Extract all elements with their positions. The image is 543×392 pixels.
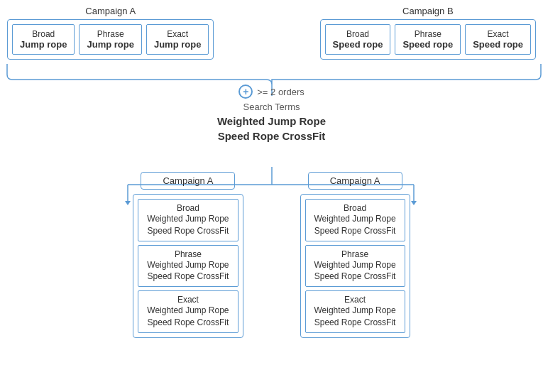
- search-terms-label: Search Terms: [243, 102, 300, 112]
- bottom-left-box-1: Phrase Weighted Jump RopeSpeed Rope Cros…: [138, 245, 238, 288]
- bottom-left-terms-2: Weighted Jump RopeSpeed Rope CrossFit: [147, 305, 229, 329]
- top-b-type-0: Broad: [333, 29, 383, 39]
- middle-section: + >= 2 orders Search Terms Weighted Jump…: [0, 85, 543, 143]
- top-a-term-1: Jump rope: [87, 39, 133, 50]
- bottom-left-box-0: Broad Weighted Jump RopeSpeed Rope Cross…: [138, 199, 238, 241]
- condition-text: >= 2 orders: [257, 87, 305, 97]
- bottom-right-terms-2: Weighted Jump RopeSpeed Rope CrossFit: [314, 305, 396, 329]
- bottom-right-type-2: Exact: [314, 295, 396, 305]
- top-b-box-1: Phrase Speed rope: [395, 24, 461, 55]
- top-a-term-2: Jump rope: [154, 39, 201, 50]
- top-b-type-1: Phrase: [402, 29, 453, 39]
- bottom-left-box-2: Exact Weighted Jump RopeSpeed Rope Cross…: [138, 290, 238, 333]
- bottom-left-type-0: Broad: [147, 203, 229, 213]
- top-a-box-2: Exact Jump rope: [146, 24, 209, 55]
- top-b-box-0: Broad Speed rope: [325, 24, 391, 55]
- bottom-right-terms-1: Weighted Jump RopeSpeed Rope CrossFit: [314, 259, 396, 283]
- plus-circle-icon: +: [238, 85, 253, 99]
- bottom-right-label: Campaign A: [308, 172, 402, 190]
- bottom-section: Campaign A Broad Weighted Jump RopeSpeed…: [0, 172, 543, 338]
- bottom-right-boxes: Broad Weighted Jump RopeSpeed Rope Cross…: [300, 194, 410, 338]
- bottom-right-box-1: Phrase Weighted Jump RopeSpeed Rope Cros…: [305, 245, 405, 288]
- bottom-left-type-2: Exact: [147, 295, 229, 305]
- campaign-b-group: Campaign B Broad Speed rope Phrase Speed…: [320, 6, 536, 60]
- bottom-right-campaign: Campaign A Broad Weighted Jump RopeSpeed…: [300, 172, 410, 338]
- top-b-box-2: Exact Speed rope: [465, 24, 531, 55]
- bottom-left-type-1: Phrase: [147, 249, 229, 259]
- bottom-right-type-0: Broad: [314, 203, 396, 213]
- campaign-a-boxes: Broad Jump rope Phrase Jump rope Exact J…: [7, 19, 214, 60]
- bottom-left-terms-1: Weighted Jump RopeSpeed Rope CrossFit: [147, 259, 229, 283]
- top-a-box-1: Phrase Jump rope: [79, 24, 141, 55]
- top-a-type-2: Exact: [154, 29, 201, 39]
- campaign-a-label: Campaign A: [85, 6, 136, 16]
- bottom-right-type-1: Phrase: [314, 249, 396, 259]
- top-a-type-0: Broad: [20, 29, 67, 39]
- bottom-right-box-0: Broad Weighted Jump RopeSpeed Rope Cross…: [305, 199, 405, 241]
- bottom-left-label: Campaign A: [141, 172, 235, 190]
- top-b-term-1: Speed rope: [402, 39, 453, 50]
- top-a-type-1: Phrase: [87, 29, 133, 39]
- campaign-a-group: Campaign A Broad Jump rope Phrase Jump r…: [7, 6, 214, 60]
- search-terms-line1: Weighted Jump Rope: [217, 115, 326, 127]
- top-a-box-0: Broad Jump rope: [12, 24, 75, 55]
- bottom-right-terms-0: Weighted Jump RopeSpeed Rope CrossFit: [314, 213, 396, 237]
- search-terms-value: Weighted Jump Rope Speed Rope CrossFit: [217, 114, 326, 143]
- top-section: Campaign A Broad Jump rope Phrase Jump r…: [0, 0, 543, 60]
- bottom-left-terms-0: Weighted Jump RopeSpeed Rope CrossFit: [147, 213, 229, 237]
- diagram: Campaign A Broad Jump rope Phrase Jump r…: [0, 0, 543, 392]
- top-b-term-2: Speed rope: [473, 39, 523, 50]
- campaign-b-label: Campaign B: [402, 6, 454, 16]
- bottom-left-campaign: Campaign A Broad Weighted Jump RopeSpeed…: [133, 172, 243, 338]
- top-b-type-2: Exact: [473, 29, 523, 39]
- bottom-left-boxes: Broad Weighted Jump RopeSpeed Rope Cross…: [133, 194, 243, 338]
- campaign-b-boxes: Broad Speed rope Phrase Speed rope Exact…: [320, 19, 536, 60]
- bottom-right-box-2: Exact Weighted Jump RopeSpeed Rope Cross…: [305, 290, 405, 333]
- top-b-term-0: Speed rope: [333, 39, 383, 50]
- search-terms-line2: Speed Rope CrossFit: [218, 130, 326, 142]
- condition-line: + >= 2 orders: [238, 85, 305, 99]
- top-a-term-0: Jump rope: [20, 39, 67, 50]
